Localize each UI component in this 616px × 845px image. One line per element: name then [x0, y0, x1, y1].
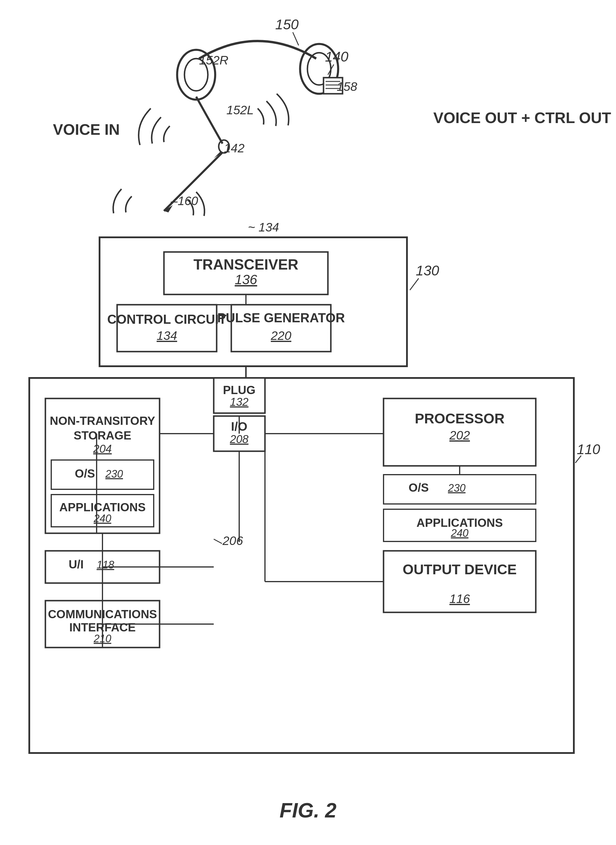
control-circuit-label: CONTROL CIRCUIT — [107, 312, 227, 326]
transceiver-label: TRANSCEIVER — [194, 256, 298, 273]
ref-110-label: 110 — [577, 442, 600, 457]
plug-num-label: 132 — [230, 396, 248, 408]
apps-left-label: APPLICATIONS — [59, 501, 146, 514]
ref-206-label: 206 — [222, 534, 243, 548]
nts-num-label: 204 — [93, 443, 111, 455]
voice-out-label: VOICE OUT + CTRL OUT — [433, 109, 611, 126]
ref-150-label: 150 — [275, 17, 299, 32]
nts-label2: STORAGE — [73, 429, 131, 442]
transceiver-num-label: 136 — [235, 272, 257, 287]
ref-152R-label: 152R — [199, 53, 228, 67]
svg-rect-18 — [117, 305, 217, 351]
ref-130-label: 130 — [416, 263, 439, 278]
os-left-label: O/S — [75, 467, 95, 480]
apps-right-num-label: 240 — [450, 527, 468, 539]
ref-134-curve-label: ~ 134 — [248, 220, 279, 234]
ref-142-label: 142 — [224, 141, 245, 155]
ref-152L-label: 152L — [226, 103, 254, 117]
nts-label: NON-TRANSITORY — [50, 414, 155, 427]
plug-label: PLUG — [223, 384, 255, 397]
ref-140-label: 140 — [325, 49, 348, 65]
voice-in-label: VOICE IN — [53, 121, 120, 138]
io-num-label: 208 — [230, 433, 248, 445]
control-circuit-num-label: 134 — [157, 329, 177, 342]
output-device-num-label: 116 — [449, 592, 470, 605]
os-right-label: O/S — [409, 481, 429, 494]
figure-caption: FIG. 2 — [280, 799, 337, 822]
diagram-container: 150 140 152R 152L 158 142 VOICE IN VOICE… — [0, 0, 616, 845]
os-right-num-label: 230 — [448, 482, 465, 494]
output-device-label: OUTPUT DEVICE — [403, 562, 516, 577]
pulse-generator-num-label: 220 — [270, 329, 292, 342]
ui-label: U/I — [69, 558, 84, 571]
ref-158-label: 158 — [337, 80, 358, 94]
ref-160-label: –160 — [170, 194, 198, 208]
processor-num-label: 202 — [449, 428, 470, 442]
os-left-num-label: 230 — [105, 468, 123, 480]
processor-label: PROCESSOR — [415, 411, 505, 426]
pulse-generator-label: PULSE GENERATOR — [217, 310, 345, 325]
svg-rect-32 — [51, 460, 154, 489]
ui-num-label: 118 — [97, 559, 114, 571]
